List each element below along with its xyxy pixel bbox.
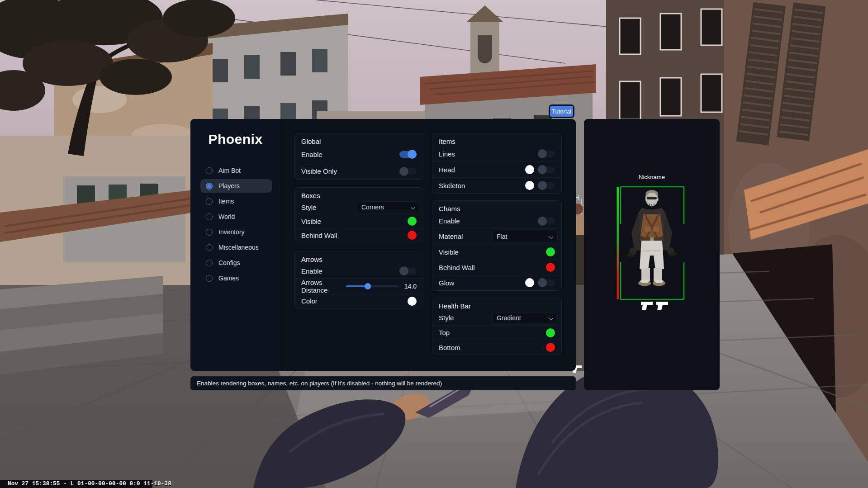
radio-icon — [206, 244, 213, 251]
menu-title: Phoenix — [190, 132, 280, 147]
nav-item-inventory[interactable]: Inventory — [200, 225, 272, 239]
setting-label: Enable — [301, 267, 323, 275]
esp-preview-render — [584, 119, 720, 390]
demo-timestamp-hud: Nov 27 15:38:55 - L 01-00-00-00-00 0:0 1… — [0, 480, 152, 488]
arrows-enable-toggle[interactable] — [399, 268, 417, 275]
section-arrows: Arrows Enable Arrows Distance 14.0 — [294, 251, 423, 308]
status-text: Enables rendering boxes, names, etc. on … — [197, 380, 442, 387]
section-title: Health Bar — [432, 298, 561, 311]
skeleton-color-swatch[interactable] — [525, 181, 534, 190]
arrows-distance-slider[interactable] — [346, 283, 398, 289]
setting-label: Behind Wall — [301, 232, 337, 239]
nav-item-miscellaneous[interactable]: Miscellaneous — [200, 241, 272, 254]
setting-row: Behind Wall — [432, 260, 561, 275]
preview-health-bar — [617, 187, 619, 299]
lines-toggle[interactable] — [538, 151, 555, 157]
toggle-knob — [399, 266, 408, 275]
section-boxes: Boxes Style Corners Visible Behind Wall — [294, 187, 423, 242]
setting-label: Skeleton — [439, 182, 465, 190]
visible-only-toggle[interactable] — [399, 168, 417, 175]
setting-label: Style — [301, 204, 316, 211]
nav-item-configs[interactable]: Configs — [200, 256, 272, 270]
radio-icon — [206, 198, 213, 205]
visible-color-swatch[interactable] — [408, 217, 417, 226]
head-color-swatch[interactable] — [525, 165, 534, 174]
toggle-knob — [408, 150, 417, 159]
setting-label: Color — [301, 297, 318, 305]
nav-item-players[interactable]: Players — [200, 179, 272, 193]
setting-label: Enable — [301, 151, 323, 158]
health-bottom-color-swatch[interactable] — [546, 343, 555, 352]
setting-label: Visible — [439, 248, 459, 256]
glow-toggle[interactable] — [538, 280, 555, 286]
slider-value: 14.0 — [402, 283, 417, 290]
setting-label: Enable — [439, 217, 460, 225]
chams-behind-wall-color-swatch[interactable] — [546, 263, 555, 272]
preview-weapon-icons — [641, 302, 668, 310]
radio-icon — [206, 260, 213, 266]
setting-label: Arrows Distance — [301, 279, 346, 294]
skeleton-toggle[interactable] — [538, 182, 555, 189]
health-bar-style-select[interactable]: Gradient — [492, 312, 558, 324]
setting-row: Enable — [295, 264, 423, 278]
section-title: Global — [295, 133, 423, 146]
radio-icon — [206, 229, 213, 236]
section-chams: Chams Enable Material Flat Visible — [432, 200, 562, 291]
arrows-color-swatch[interactable] — [408, 297, 417, 306]
chams-material-select[interactable]: Flat — [492, 231, 558, 242]
setting-label: Top — [439, 329, 450, 336]
status-description-bar: Enables rendering boxes, names, etc. on … — [190, 376, 576, 390]
toggle-knob — [538, 217, 547, 226]
setting-label: Head — [439, 166, 455, 174]
setting-row: Style Corners — [295, 200, 423, 214]
setting-label: Style — [439, 314, 454, 322]
chevron-down-icon — [549, 234, 553, 239]
head-toggle[interactable] — [538, 166, 555, 173]
setting-row: Arrows Distance 14.0 — [295, 278, 423, 294]
radio-checked-icon — [206, 183, 213, 190]
setting-row: Behind Wall — [295, 228, 423, 242]
chevron-down-icon — [410, 205, 415, 209]
toggle-knob — [538, 181, 547, 190]
setting-row: Head — [432, 161, 561, 177]
setting-label: Glow — [439, 279, 454, 287]
setting-row: Color — [295, 294, 423, 308]
nav-item-aim-bot[interactable]: Aim Bot — [200, 164, 272, 177]
esp-preview-panel: Nickname — [584, 119, 720, 390]
enable-toggle[interactable] — [399, 151, 417, 158]
setting-row: Visible — [295, 214, 423, 228]
nav-item-world[interactable]: World — [200, 210, 272, 223]
demo-timestamp-text: Nov 27 15:38:55 - L 01-00-00-00-00 0:0 1… — [8, 481, 171, 487]
section-items: Items Lines Head Skeleton — [432, 133, 562, 194]
nav-label: Aim Bot — [218, 167, 241, 174]
setting-row: Visible — [432, 244, 561, 259]
nav-label: Players — [218, 182, 240, 190]
sidebar: Phoenix Aim Bot Players Items World Inve… — [190, 119, 280, 371]
chams-visible-color-swatch[interactable] — [546, 247, 555, 256]
select-value: Corners — [361, 204, 384, 211]
setting-row: Style Gradient — [432, 311, 561, 325]
chams-enable-toggle[interactable] — [538, 218, 555, 224]
nav-label: Inventory — [218, 228, 245, 236]
radio-icon — [206, 167, 213, 174]
select-value: Gradient — [497, 314, 521, 322]
behind-wall-color-swatch[interactable] — [408, 231, 417, 240]
glow-color-swatch[interactable] — [525, 278, 534, 287]
toggle-knob — [538, 165, 547, 174]
toggle-knob — [538, 149, 547, 158]
boxes-style-select[interactable]: Corners — [357, 201, 419, 213]
health-top-color-swatch[interactable] — [546, 328, 555, 337]
setting-row: Material Flat — [432, 228, 561, 244]
section-title: Items — [432, 133, 561, 146]
tutorial-button[interactable]: Tutorial — [549, 104, 574, 118]
nav-label: World — [218, 213, 235, 220]
nav-label: Games — [218, 275, 239, 282]
slider-knob[interactable] — [365, 283, 371, 289]
nav-item-items[interactable]: Items — [200, 194, 272, 208]
section-health-bar: Health Bar Style Gradient Top Bottom — [432, 298, 562, 355]
nav-item-games[interactable]: Games — [200, 271, 272, 285]
setting-row: Lines — [432, 146, 561, 161]
toggle-knob — [538, 278, 547, 287]
radio-icon — [206, 275, 213, 282]
setting-label: Visible — [301, 218, 321, 225]
